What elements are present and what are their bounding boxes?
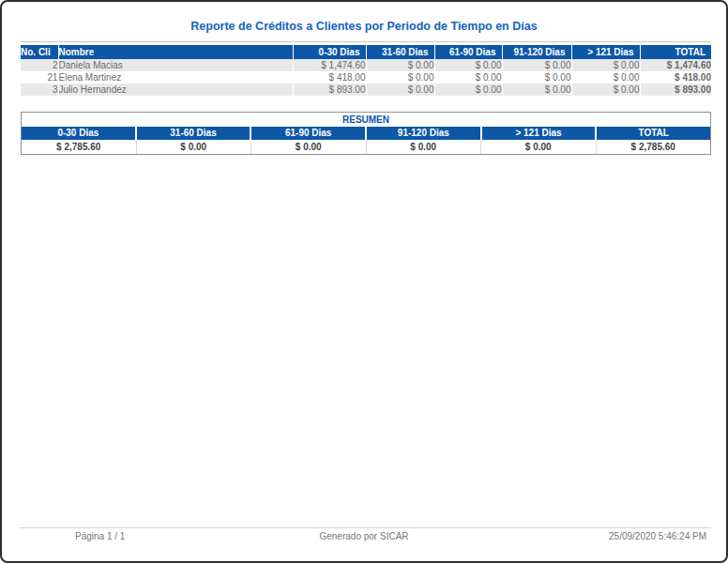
column-header-total: TOTAL bbox=[640, 45, 711, 59]
footer-datetime: 25/09/2020 5:46:24 PM bbox=[609, 531, 706, 541]
resumen-title: RESUMEN bbox=[22, 113, 710, 127]
cell-91-120: $ 0.00 bbox=[502, 59, 571, 71]
cell-91-120: $ 0.00 bbox=[502, 71, 571, 84]
column-header-0-30: 0-30 Dias bbox=[293, 45, 366, 59]
credits-table: No. Cli Nombre 0-30 Dias 31-60 Dias 61-9… bbox=[21, 45, 711, 96]
report-page: Reporte de Créditos a Clientes por Perio… bbox=[0, 0, 728, 563]
footer-page-number: Página 1 / 1 bbox=[75, 531, 125, 541]
column-header-61-90: 61-90 Dias bbox=[434, 45, 502, 59]
cell-31-60: $ 0.00 bbox=[366, 71, 434, 84]
cell-0-30: $ 418.00 bbox=[293, 71, 366, 84]
resumen-header-61-90: 61-90 Dias bbox=[250, 127, 365, 140]
column-header-91-120: 91-120 Dias bbox=[502, 45, 571, 59]
resumen-header-total: TOTAL bbox=[595, 127, 710, 140]
resumen-value-total: $ 2,785.60 bbox=[596, 140, 711, 154]
resumen-header-row: 0-30 Dias 31-60 Dias 61-90 Dias 91-120 D… bbox=[22, 127, 710, 140]
resumen-header-0-30: 0-30 Dias bbox=[22, 127, 135, 140]
resumen-value-61-90: $ 0.00 bbox=[250, 140, 366, 154]
column-header-nombre: Nombre bbox=[58, 45, 293, 59]
column-header-31-60: 31-60 Dias bbox=[366, 45, 434, 59]
cell-121-plus: $ 0.00 bbox=[571, 59, 640, 71]
resumen-value-121-plus: $ 0.00 bbox=[480, 140, 596, 154]
cell-31-60: $ 0.00 bbox=[366, 84, 434, 96]
cell-91-120: $ 0.00 bbox=[502, 84, 571, 96]
cell-31-60: $ 0.00 bbox=[366, 59, 434, 71]
resumen-value-0-30: $ 2,785.60 bbox=[22, 140, 136, 154]
resumen-header-31-60: 31-60 Dias bbox=[135, 127, 250, 140]
page-title: Reporte de Créditos a Clientes por Perio… bbox=[2, 20, 726, 33]
cell-client-number: 21 bbox=[21, 71, 58, 84]
cell-total: $ 1,474.60 bbox=[640, 59, 711, 71]
cell-client-number: 2 bbox=[21, 59, 58, 71]
cell-0-30: $ 893.00 bbox=[293, 84, 366, 96]
cell-total: $ 893.00 bbox=[640, 84, 711, 96]
column-header-no-cli: No. Cli bbox=[21, 45, 58, 59]
resumen-value-91-120: $ 0.00 bbox=[366, 140, 481, 154]
resumen-value-31-60: $ 0.00 bbox=[136, 140, 251, 154]
resumen-header-121-plus: > 121 Dias bbox=[480, 127, 596, 140]
cell-client-name: Julio Hernandez bbox=[58, 84, 293, 96]
resumen-header-91-120: 91-120 Dias bbox=[365, 127, 480, 140]
cell-0-30: $ 1,474.60 bbox=[293, 59, 366, 71]
cell-121-plus: $ 0.00 bbox=[571, 84, 640, 96]
cell-121-plus: $ 0.00 bbox=[571, 71, 640, 84]
resumen-values-row: $ 2,785.60 $ 0.00 $ 0.00 $ 0.00 $ 0.00 $… bbox=[22, 140, 710, 154]
table-row: 2 Daniela Macias $ 1,474.60 $ 0.00 $ 0.0… bbox=[21, 59, 711, 71]
cell-client-number: 3 bbox=[21, 84, 58, 96]
cell-61-90: $ 0.00 bbox=[434, 71, 502, 84]
header-divider bbox=[21, 41, 711, 42]
table-header-row: No. Cli Nombre 0-30 Dias 31-60 Dias 61-9… bbox=[21, 45, 711, 59]
cell-total: $ 418.00 bbox=[640, 71, 711, 84]
cell-61-90: $ 0.00 bbox=[434, 84, 502, 96]
cell-client-name: Daniela Macias bbox=[58, 59, 293, 71]
table-row: 21 Elena Martinez $ 418.00 $ 0.00 $ 0.00… bbox=[21, 71, 711, 84]
resumen-table: RESUMEN 0-30 Dias 31-60 Dias 61-90 Dias … bbox=[21, 112, 711, 155]
cell-client-name: Elena Martinez bbox=[58, 71, 293, 84]
table-row: 3 Julio Hernandez $ 893.00 $ 0.00 $ 0.00… bbox=[21, 84, 711, 96]
column-header-121-plus: > 121 Dias bbox=[571, 45, 640, 59]
footer-divider bbox=[21, 527, 711, 528]
cell-61-90: $ 0.00 bbox=[434, 59, 502, 71]
